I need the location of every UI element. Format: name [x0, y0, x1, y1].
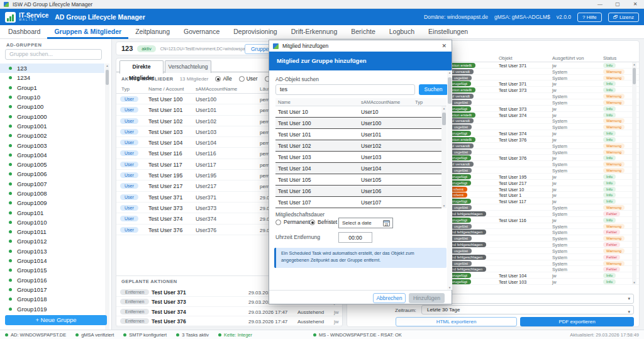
search-result-row[interactable]: Test User 102User102: [275, 140, 447, 152]
scroll-down-icon[interactable]: ▼: [441, 204, 447, 208]
member-name: Test User 116: [148, 150, 182, 157]
tab-zeitplanung[interactable]: Zeitplanung: [128, 25, 177, 39]
sidebar-item-group[interactable]: Group1003: [0, 140, 104, 150]
scroll-up-icon[interactable]: ▲: [447, 71, 452, 74]
result-sam: User101: [361, 131, 381, 138]
scroll-up-icon[interactable]: ▲: [105, 64, 109, 67]
radio-icon[interactable]: [275, 220, 281, 225]
sidebar-item-group[interactable]: 1234: [0, 73, 104, 82]
zeitraum-select[interactable]: Letzte 30 Tage▾: [421, 305, 634, 314]
time-input[interactable]: 00:00: [338, 232, 372, 243]
sidebar-item-group[interactable]: Group101: [0, 208, 104, 217]
search-result-row[interactable]: Test User 101User101: [275, 129, 447, 140]
minimize-icon[interactable]: —: [591, 0, 609, 9]
scroll-up-icon[interactable]: ▲: [441, 107, 447, 110]
date-picker[interactable]: Select a date: [338, 218, 393, 228]
group-search-input[interactable]: Gruppe suchen...: [5, 49, 102, 60]
sidebar-item-group[interactable]: Group100: [0, 102, 104, 111]
sidebar-item-group[interactable]: Group1: [0, 83, 104, 92]
dialog-scrollbar[interactable]: ▲ ▼: [447, 70, 452, 290]
close-icon[interactable]: ✕: [626, 0, 644, 9]
radio-icon[interactable]: [239, 76, 245, 82]
tab-einstellungen[interactable]: Einstellungen: [421, 25, 475, 39]
scrollbar-thumb[interactable]: [442, 113, 446, 125]
scheduled-action-row[interactable]: EntfernenTest User 37629.03.2026 17:47Au…: [116, 316, 342, 326]
sidebar-item-group[interactable]: Group1010: [0, 218, 104, 227]
sidebar-item-group[interactable]: Group1007: [0, 179, 104, 189]
search-result-row[interactable]: Test User 104User104: [275, 163, 447, 174]
filter-radio-user[interactable]: User: [239, 75, 258, 82]
radio-icon[interactable]: [215, 76, 221, 82]
sidebar-item-group[interactable]: Group1000: [0, 111, 104, 121]
result-name: Test User 107: [278, 199, 311, 206]
search-result-row[interactable]: Test User 105User105: [275, 174, 447, 186]
search-result-row[interactable]: Test User 107User107: [275, 197, 447, 208]
sidebar-item-group[interactable]: Group1018: [0, 294, 104, 304]
help-button[interactable]: ? Hilfe: [577, 13, 602, 22]
scrollbar-thumb[interactable]: [448, 77, 452, 104]
export-pdf-button[interactable]: PDF exportieren: [520, 317, 634, 326]
sidebar-item-group[interactable]: Group1009: [0, 198, 104, 208]
close-icon[interactable]: ✕: [441, 43, 447, 49]
filter-label: Alle: [223, 75, 231, 82]
sidebar-item-group[interactable]: Group1017: [0, 285, 104, 294]
sidebar-item-group[interactable]: Group1008: [0, 189, 104, 198]
sidebar-item-group[interactable]: Group1006: [0, 169, 104, 179]
tab-direkte-mitglieder[interactable]: Direkte Mitglieder: [119, 60, 164, 74]
radio-icon[interactable]: [309, 220, 315, 225]
sidebar-item-group[interactable]: Group1001: [0, 121, 104, 131]
tab-governance[interactable]: Governance: [177, 25, 226, 39]
new-group-button[interactable]: + Neue Gruppe: [5, 315, 107, 325]
group-name: Group100: [17, 103, 43, 110]
member-sam: User374: [196, 216, 216, 222]
search-result-row[interactable]: Test User 103User103: [275, 152, 447, 163]
radio-permanent[interactable]: Permanent: [275, 219, 310, 225]
log-status-badge: Warnung: [603, 100, 625, 105]
log-status-badge: Warnung: [603, 162, 625, 167]
tab-verschachtelung[interactable]: Verschachtelung: [165, 60, 211, 73]
license-button[interactable]: 🗗 Lizenz: [608, 13, 639, 22]
scroll-down-icon[interactable]: ▼: [447, 286, 452, 289]
sidebar-scrollbar[interactable]: ▲ ▼: [105, 64, 109, 338]
cancel-button[interactable]: Abbrechen: [373, 293, 406, 303]
sidebar-item-group[interactable]: Group1005: [0, 160, 104, 169]
scrollbar-thumb[interactable]: [633, 68, 636, 84]
sidebar-item-group[interactable]: Group1004: [0, 150, 104, 160]
tab-dashboard[interactable]: Dashboard: [1, 25, 47, 39]
sidebar-item-group[interactable]: Group1014: [0, 256, 104, 265]
calendar-icon[interactable]: [383, 220, 390, 226]
tab-logbuch[interactable]: Logbuch: [382, 25, 421, 39]
scheduled-action-row[interactable]: EntfernenTest User 37429.03.2026 17:47Au…: [116, 307, 342, 316]
submit-button[interactable]: Hinzufügen: [409, 293, 445, 303]
search-result-row[interactable]: Test User 106User106: [275, 186, 447, 197]
tab-berichte[interactable]: Berichte: [344, 25, 382, 39]
tab-deprovisioning[interactable]: Deprovisioning: [226, 25, 284, 39]
export-html-button[interactable]: HTML exportieren: [396, 317, 517, 326]
log-scrollbar[interactable]: ▲ ▼: [632, 62, 636, 285]
sidebar-item-group[interactable]: Group1015: [0, 265, 104, 275]
sidebar-item-group[interactable]: Group1019: [0, 304, 104, 313]
scrollbar-thumb[interactable]: [106, 70, 109, 85]
sidebar-item-group[interactable]: Group1012: [0, 236, 104, 246]
maximize-icon[interactable]: ▢: [609, 0, 626, 9]
sidebar-item-group[interactable]: 123: [0, 64, 104, 73]
group-name: Group1: [17, 84, 37, 91]
sidebar-item-group[interactable]: Group1016: [0, 275, 104, 285]
sidebar-item-group[interactable]: Group10: [0, 92, 104, 102]
results-scrollbar[interactable]: ▲ ▼: [441, 106, 447, 208]
member-sam: User102: [196, 118, 216, 125]
col-typ: Typ: [121, 86, 130, 92]
filter-radio-alle[interactable]: Alle: [215, 75, 231, 82]
scroll-up-icon[interactable]: ▲: [632, 63, 636, 66]
scroll-down-icon[interactable]: ▼: [632, 281, 636, 284]
ad-object-search-input[interactable]: tes: [275, 84, 415, 95]
search-button[interactable]: Suchen: [419, 84, 448, 95]
sidebar-item-group[interactable]: Group1002: [0, 131, 104, 140]
search-result-row[interactable]: Test User 100User100: [275, 118, 447, 129]
sidebar-item-group[interactable]: Group1011: [0, 227, 104, 236]
group-status-dot: [9, 211, 12, 214]
tab-gruppen-mitglieder[interactable]: Gruppen & Mitglieder: [47, 25, 128, 39]
tab-drift-erkennung[interactable]: Drift-Erkennung: [284, 25, 345, 39]
sidebar-item-group[interactable]: Group1013: [0, 247, 104, 256]
search-result-row[interactable]: Test User 10User10: [275, 106, 447, 118]
